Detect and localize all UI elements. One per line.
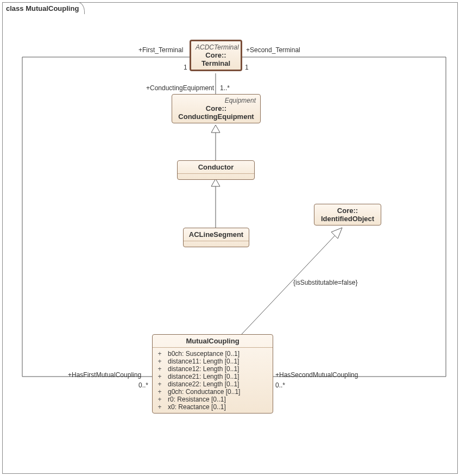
class-conducting-equipment[interactable]: Equipment Core:: ConductingEquipment	[172, 94, 261, 123]
svg-marker-2	[331, 228, 342, 239]
class-header: ACLineSegment	[184, 228, 249, 241]
mult-has-second-mc: 0..*	[275, 381, 285, 389]
class-header: Conductor	[178, 161, 254, 173]
mult-conducting-equipment: 1..*	[220, 84, 230, 92]
class-name: IdentifiedObject	[321, 215, 374, 223]
role-second-terminal: +Second_Terminal	[246, 46, 300, 54]
attr-row: +distance12: Length [0..1]	[157, 365, 268, 373]
class-mutual-coupling[interactable]: MutualCoupling +b0ch: Susceptance [0..1]…	[152, 334, 273, 414]
class-identified-object[interactable]: Core:: IdentifiedObject	[314, 204, 381, 226]
attr-row: +distance11: Length [0..1]	[157, 358, 268, 365]
class-header: Equipment Core:: ConductingEquipment	[172, 95, 260, 123]
constraint-substitutable: {isSubstitutable=false}	[293, 279, 357, 286]
attr-row: +x0: Reactance [0..1]	[157, 403, 268, 411]
role-has-second-mc: +HasSecondMutualCoupling	[275, 371, 358, 379]
attr-row: +b0ch: Susceptance [0..1]	[157, 350, 268, 358]
mult-has-first-mc: 0..*	[138, 381, 148, 389]
svg-marker-0	[211, 125, 220, 133]
class-header: MutualCoupling	[153, 335, 273, 347]
class-stereotype: Equipment	[177, 97, 256, 104]
svg-marker-1	[211, 179, 220, 186]
class-header: ACDCTerminal Core:: Terminal	[191, 41, 241, 70]
role-conducting-equipment: +ConductingEquipment	[146, 84, 214, 92]
attr-row: +distance22: Length [0..1]	[157, 380, 268, 388]
mult-first-terminal: 1	[184, 64, 187, 71]
class-acline-segment[interactable]: ACLineSegment	[183, 228, 249, 247]
class-conductor[interactable]: Conductor	[177, 160, 255, 180]
class-package: Core::	[206, 104, 226, 112]
class-package: Core::	[337, 206, 358, 215]
class-stereotype: ACDCTerminal	[196, 43, 236, 51]
mult-second-terminal: 1	[245, 64, 249, 71]
class-terminal[interactable]: ACDCTerminal Core:: Terminal	[190, 40, 242, 71]
attr-row: +r0: Resistance [0..1]	[157, 396, 268, 403]
class-package: Core::	[205, 51, 226, 59]
class-header: Core:: IdentifiedObject	[314, 204, 381, 225]
diagram-frame: class MutualCoupling ACDCTerminal Core	[2, 2, 458, 474]
class-name: ConductingEquipment	[178, 112, 254, 121]
role-first-terminal: +First_Terminal	[138, 46, 183, 54]
class-name: MutualCoupling	[186, 337, 239, 345]
attr-row: +distance21: Length [0..1]	[157, 373, 268, 380]
role-has-first-mc: +HasFirstMutualCoupling	[68, 371, 141, 379]
attr-row: +g0ch: Conductance [0..1]	[157, 388, 268, 396]
class-name: Terminal	[201, 59, 230, 67]
class-name: Conductor	[198, 163, 234, 171]
canvas: ACDCTerminal Core:: Terminal Equipment C…	[3, 3, 457, 473]
class-attributes: +b0ch: Susceptance [0..1] +distance11: L…	[153, 348, 273, 413]
class-name: ACLineSegment	[189, 230, 243, 239]
